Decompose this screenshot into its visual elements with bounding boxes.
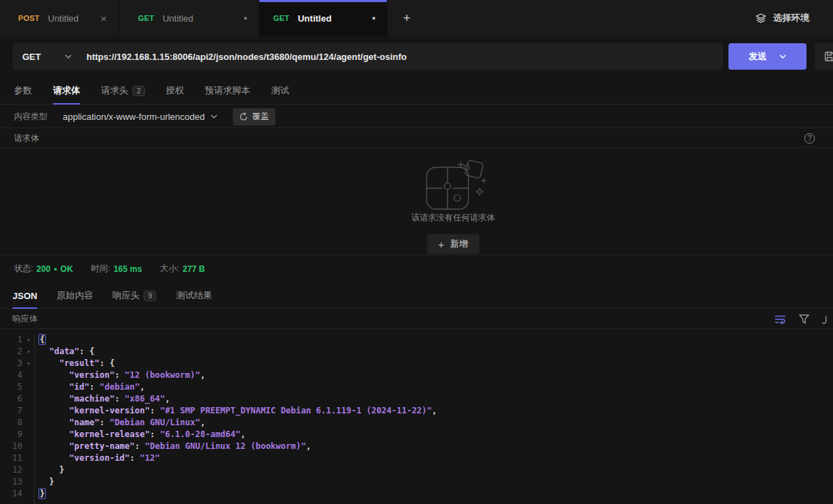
code-line: "machine": "x86_64",: [39, 393, 833, 405]
gutter-row: 4: [0, 369, 34, 381]
token-key: "version-id": [69, 453, 130, 463]
help-icon[interactable]: ?: [804, 133, 815, 144]
line-number: 3: [0, 358, 22, 369]
code-line: }: [39, 464, 833, 476]
line-number: 7: [0, 405, 22, 417]
token-ws: [39, 406, 69, 415]
send-button-label: 发送: [749, 50, 767, 63]
request-body-empty-state: 该请求没有任何请求体 + 新增: [0, 148, 833, 255]
fold-spacer: [22, 476, 35, 488]
token-punc: ,: [432, 406, 437, 415]
send-button[interactable]: 发送: [728, 43, 807, 70]
filter-icon[interactable]: [799, 314, 809, 324]
gutter-row: 3▾: [0, 358, 34, 369]
gutter-row: 12: [0, 464, 34, 476]
environment-selector-label: 选择环境: [773, 12, 809, 24]
token-ws: [39, 394, 69, 404]
line-number: 8: [0, 417, 22, 429]
token-str: "Debian GNU/Linux": [109, 418, 200, 427]
gutter-row: 13: [0, 476, 34, 488]
save-button[interactable]: [815, 43, 833, 70]
token-key: "data": [49, 346, 79, 356]
token-ws: [39, 370, 69, 380]
line-number: 6: [0, 393, 22, 405]
token-str: "12 (bookworm)": [125, 370, 200, 380]
line-number: 1: [0, 334, 22, 346]
status-badge: 状态: 200 • OK: [14, 263, 73, 275]
code-line: "kernel-version": "#1 SMP PREEMPT_DYNAMI…: [39, 405, 833, 417]
code-line: {: [39, 334, 833, 346]
gutter-row: 2▾: [0, 346, 34, 358]
method-badge-get: GET: [273, 14, 289, 22]
fold-toggle-icon[interactable]: ▾: [22, 334, 35, 346]
token-ws: [39, 346, 49, 356]
response-body-label: 响应体: [13, 313, 38, 325]
code-line: "name": "Debian GNU/Linux",: [39, 417, 833, 429]
content-type-row: 内容类型 application/x-www-form-urlencoded 覆…: [0, 105, 833, 128]
refresh-icon: [239, 112, 248, 121]
token-str: "debian": [100, 382, 140, 392]
tab-test-results[interactable]: 测试结果: [176, 282, 212, 309]
content-type-select[interactable]: application/x-www-form-urlencoded: [63, 112, 217, 122]
add-body-button-label: 新增: [450, 238, 468, 250]
response-status-row: 状态: 200 • OK 时间: 165 ms 大小: 277 B: [0, 255, 833, 282]
tab-response-headers[interactable]: 响应头9: [112, 282, 156, 309]
request-tab-get-untitled-1[interactable]: GET Untitled ●: [120, 0, 259, 36]
token-punc: ,: [140, 382, 145, 392]
environment-selector[interactable]: 选择环境: [755, 0, 833, 36]
url-input[interactable]: https://192.168.1.15:8006/api2/json/node…: [86, 52, 407, 62]
tab-params[interactable]: 参数: [14, 77, 32, 105]
response-headers-count-badge: 9: [144, 291, 156, 301]
line-number: 12: [0, 464, 22, 476]
save-icon: [824, 51, 833, 62]
tab-auth[interactable]: 授权: [166, 77, 184, 105]
line-number: 11: [0, 452, 22, 464]
token-punc: :: [150, 406, 160, 415]
token-ws: [39, 358, 59, 368]
response-section-tabs: JSON 原始内容 响应头9 测试结果: [0, 282, 833, 309]
token-str: "x86_64": [125, 394, 165, 404]
code-line: "data": {: [39, 346, 833, 358]
request-tab-get-untitled-2-active[interactable]: GET Untitled ●: [259, 0, 388, 36]
fold-toggle-icon[interactable]: ▾: [22, 346, 35, 358]
headers-count-badge: 2: [132, 86, 145, 96]
override-button[interactable]: 覆盖: [233, 108, 275, 125]
fold-spacer: [22, 405, 35, 417]
fold-toggle-icon[interactable]: ▾: [22, 358, 35, 369]
token-str: "12": [140, 453, 160, 463]
response-json-viewer[interactable]: 1▾2▾3▾4567891011121314 { "data": { "resu…: [0, 329, 833, 504]
line-number: 9: [0, 429, 22, 441]
token-punc: :: [114, 394, 124, 404]
gutter-row: 14: [0, 488, 34, 500]
token-key: "kernel-release": [69, 429, 150, 439]
code-line: "kernel-release": "6.1.0-28-amd64",: [39, 429, 833, 441]
line-number: 4: [0, 369, 22, 381]
token-punc: : {: [100, 358, 115, 368]
layers-icon: [755, 13, 767, 24]
add-body-button[interactable]: + 新增: [427, 234, 480, 254]
unsaved-dot-icon: ●: [372, 15, 376, 22]
method-select[interactable]: GET: [13, 52, 86, 62]
new-tab-button[interactable]: +: [388, 0, 426, 36]
tab-json[interactable]: JSON: [13, 282, 37, 309]
close-icon[interactable]: ×: [99, 13, 108, 24]
fold-spacer: [22, 488, 35, 500]
code-lines: { "data": { "result": { "version": "12 (…: [35, 334, 833, 504]
tab-raw[interactable]: 原始内容: [56, 282, 93, 309]
code-line: "version": "12 (bookworm)",: [39, 369, 833, 381]
token-ws: [39, 429, 69, 439]
request-body-title: 请求体: [14, 132, 39, 144]
tab-tests[interactable]: 测试: [271, 77, 289, 105]
tab-body[interactable]: 请求体: [53, 77, 80, 105]
tab-pre-request-script[interactable]: 预请求脚本: [205, 77, 250, 105]
request-tab-post-untitled[interactable]: POST Untitled ×: [0, 0, 120, 36]
token-key: "result": [59, 358, 100, 368]
gutter-row: 10: [0, 441, 34, 452]
token-punc: }: [59, 465, 64, 475]
tab-headers[interactable]: 请求头2: [101, 77, 145, 105]
chevron-down-icon: [211, 114, 217, 119]
gutter-row: 7: [0, 405, 34, 417]
format-wrap-icon[interactable]: [774, 314, 786, 324]
clipped-edge-icon[interactable]: [822, 314, 829, 324]
gutter-row: 11: [0, 452, 34, 464]
